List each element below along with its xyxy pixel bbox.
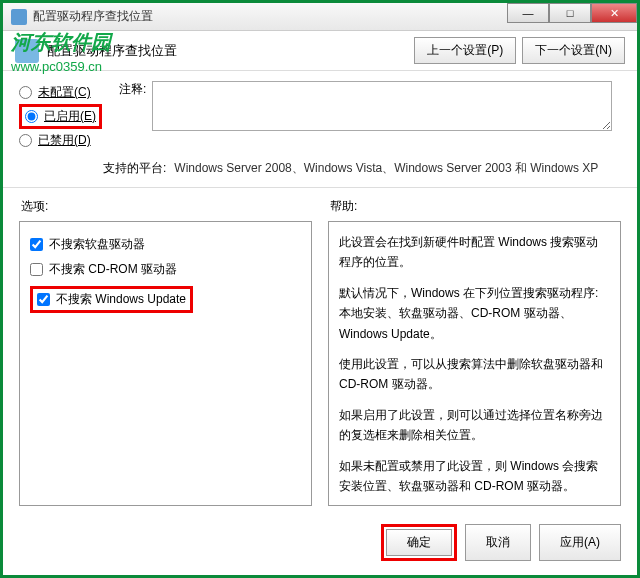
options-panel: 不搜索软盘驱动器 不搜索 CD-ROM 驱动器 不搜索 Windows Upda…: [19, 221, 312, 506]
platform-value: Windows Server 2008、Windows Vista、Window…: [174, 160, 598, 177]
label-not-configured: 未配置(C): [38, 84, 91, 101]
label-enabled: 已启用(E): [44, 108, 96, 125]
help-text: 默认情况下，Windows 在下列位置搜索驱动程序: 本地安装、软盘驱动器、CD…: [339, 283, 610, 344]
help-title: 帮助:: [328, 198, 621, 215]
minimize-button[interactable]: —: [507, 3, 549, 23]
close-button[interactable]: ✕: [591, 3, 637, 23]
chk-floppy-label: 不搜索软盘驱动器: [49, 236, 145, 253]
window-title: 配置驱动程序查找位置: [33, 8, 153, 25]
label-disabled: 已禁用(D): [38, 132, 91, 149]
prev-setting-button[interactable]: 上一个设置(P): [414, 37, 516, 64]
titlebar: 配置驱动程序查找位置 — □ ✕: [3, 3, 637, 31]
options-title: 选项:: [19, 198, 312, 215]
chk-floppy[interactable]: [30, 238, 43, 251]
policy-icon: [15, 39, 39, 63]
chk-windows-update[interactable]: [37, 293, 50, 306]
radio-disabled[interactable]: [19, 134, 32, 147]
help-text: 此设置会在找到新硬件时配置 Windows 搜索驱动程序的位置。: [339, 232, 610, 273]
help-text: 使用此设置，可以从搜索算法中删除软盘驱动器和 CD-ROM 驱动器。: [339, 354, 610, 395]
header: 配置驱动程序查找位置 上一个设置(P) 下一个设置(N): [3, 31, 637, 71]
help-text: 如果未配置或禁用了此设置，则 Windows 会搜索安装位置、软盘驱动器和 CD…: [339, 456, 610, 497]
cancel-button[interactable]: 取消: [465, 524, 531, 561]
platform-label: 支持的平台:: [103, 160, 166, 177]
comment-input[interactable]: [152, 81, 612, 131]
app-icon: [11, 9, 27, 25]
chk-cdrom-label: 不搜索 CD-ROM 驱动器: [49, 261, 177, 278]
chk-windows-update-label: 不搜索 Windows Update: [56, 291, 186, 308]
comment-label: 注释:: [119, 81, 146, 98]
maximize-button[interactable]: □: [549, 3, 591, 23]
next-setting-button[interactable]: 下一个设置(N): [522, 37, 625, 64]
chk-cdrom[interactable]: [30, 263, 43, 276]
help-text: 如果启用了此设置，则可以通过选择位置名称旁边的复选框来删除相关位置。: [339, 405, 610, 446]
radio-not-configured[interactable]: [19, 86, 32, 99]
radio-enabled[interactable]: [25, 110, 38, 123]
help-panel: 此设置会在找到新硬件时配置 Windows 搜索驱动程序的位置。 默认情况下，W…: [328, 221, 621, 506]
ok-button[interactable]: 确定: [386, 529, 452, 556]
policy-title: 配置驱动程序查找位置: [47, 42, 414, 60]
apply-button[interactable]: 应用(A): [539, 524, 621, 561]
